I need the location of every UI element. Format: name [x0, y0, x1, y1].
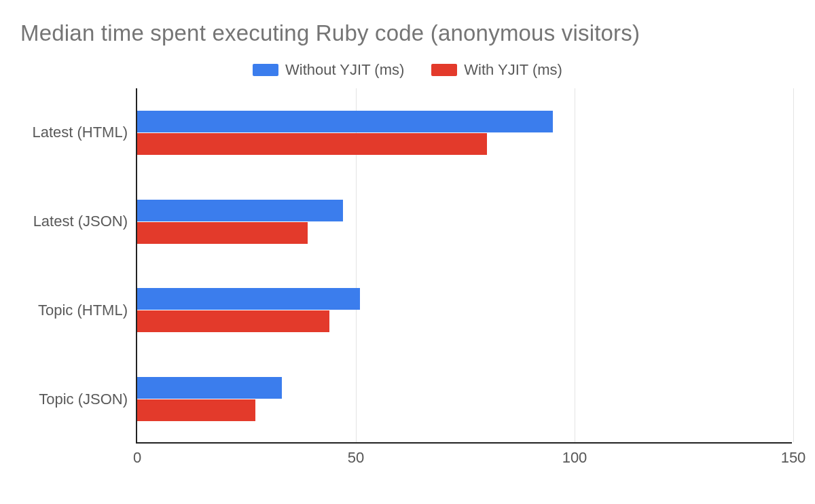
- category-label: Topic (HTML): [38, 302, 137, 319]
- bar-without-yjit: [137, 288, 360, 310]
- category-group: Latest (HTML): [137, 111, 792, 155]
- category-group: Topic (JSON): [137, 377, 792, 421]
- plot-area: 050100150Latest (HTML)Latest (JSON)Topic…: [136, 88, 792, 444]
- x-tick-label: 100: [562, 442, 587, 467]
- bar-without-yjit: [137, 377, 282, 399]
- legend-swatch-with-yjit: [431, 64, 457, 76]
- category-label: Latest (HTML): [32, 124, 137, 141]
- bar-with-yjit: [137, 222, 308, 244]
- legend-item-with-yjit: With YJIT (ms): [431, 61, 562, 79]
- legend-item-without-yjit: Without YJIT (ms): [253, 61, 404, 79]
- chart-title: Median time spent executing Ruby code (a…: [20, 20, 795, 46]
- bar-with-yjit: [137, 310, 329, 332]
- bar-with-yjit: [137, 133, 487, 155]
- x-tick-label: 50: [348, 442, 364, 467]
- category-group: Topic (HTML): [137, 288, 792, 332]
- legend: Without YJIT (ms) With YJIT (ms): [20, 61, 795, 79]
- x-tick-label: 0: [133, 442, 141, 467]
- legend-swatch-without-yjit: [253, 64, 278, 76]
- bar-with-yjit: [137, 399, 255, 421]
- category-label: Topic (JSON): [39, 391, 137, 408]
- category-group: Latest (JSON): [137, 200, 792, 244]
- legend-label-without-yjit: Without YJIT (ms): [285, 61, 404, 79]
- legend-label-with-yjit: With YJIT (ms): [464, 61, 562, 79]
- chart-container: Median time spent executing Ruby code (a…: [0, 0, 815, 504]
- bar-without-yjit: [137, 200, 343, 221]
- category-label: Latest (JSON): [33, 213, 137, 230]
- x-tick-label: 150: [781, 442, 806, 467]
- bar-without-yjit: [137, 111, 553, 132]
- gridline: [793, 88, 794, 442]
